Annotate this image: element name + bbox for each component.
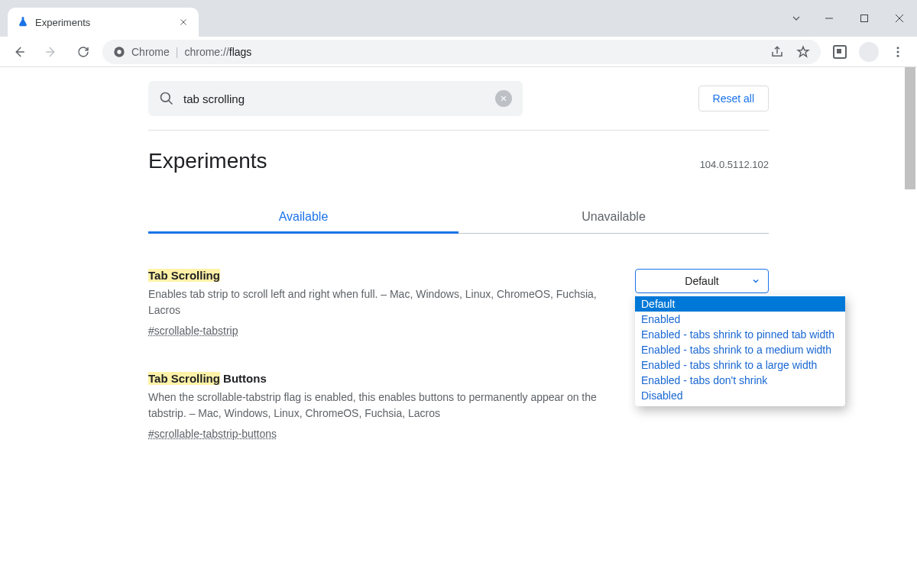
- forward-button[interactable]: [38, 39, 64, 65]
- maximize-button[interactable]: [847, 6, 882, 31]
- svg-point-2: [117, 50, 121, 53]
- svg-point-4: [897, 50, 899, 53]
- flag-select-dropdown: Default Enabled Enabled - tabs shrink to…: [635, 295, 845, 406]
- clear-search-button[interactable]: [495, 90, 512, 107]
- menu-button[interactable]: [885, 39, 911, 65]
- dropdown-option[interactable]: Enabled - tabs shrink to pinned tab widt…: [635, 327, 845, 342]
- window-titlebar: Experiments: [0, 0, 917, 37]
- reset-all-button[interactable]: Reset all: [698, 86, 769, 111]
- extensions-button[interactable]: [827, 39, 853, 65]
- reload-button[interactable]: [70, 39, 96, 65]
- dropdown-option[interactable]: Disabled: [635, 388, 845, 403]
- window-controls: [784, 0, 917, 37]
- page-viewport: Reset all Experiments 104.0.5112.102 Ava…: [0, 67, 917, 588]
- url-path: flags: [229, 46, 252, 58]
- svg-rect-0: [861, 15, 868, 22]
- flags-search-input[interactable]: [182, 92, 488, 106]
- svg-point-5: [897, 54, 899, 57]
- browser-toolbar: Chrome | chrome://flags: [0, 37, 917, 67]
- bookmark-icon[interactable]: [796, 45, 810, 59]
- flags-search-box[interactable]: [148, 81, 523, 116]
- flag-description: Enables tab strip to scroll left and rig…: [148, 286, 617, 318]
- flask-icon: [17, 16, 29, 28]
- chevron-down-icon: [751, 276, 760, 286]
- flag-anchor-link[interactable]: #scrollable-tabstrip-buttons: [148, 428, 277, 440]
- chrome-icon: [113, 46, 125, 58]
- dropdown-option[interactable]: Enabled - tabs shrink to a large width: [635, 357, 845, 373]
- svg-point-6: [161, 93, 170, 102]
- back-button[interactable]: [6, 39, 32, 65]
- flag-description: When the scrollable-tabstrip flag is ena…: [148, 389, 617, 422]
- dropdown-option[interactable]: Enabled - tabs don't shrink: [635, 373, 845, 388]
- dropdown-option[interactable]: Default: [635, 296, 845, 312]
- flag-select[interactable]: Default: [635, 269, 769, 293]
- address-bar[interactable]: Chrome | chrome://flags: [102, 40, 821, 64]
- chrome-version: 104.0.5112.102: [700, 159, 769, 170]
- site-info-chip[interactable]: Chrome: [113, 46, 170, 58]
- tab-search-button[interactable]: [784, 6, 808, 31]
- tab-unavailable[interactable]: Unavailable: [458, 201, 769, 233]
- flag-anchor-link[interactable]: #scrollable-tabstrip: [148, 325, 238, 337]
- flag-select-value: Default: [685, 275, 718, 287]
- search-row: Reset all: [148, 67, 769, 131]
- tabs: Available Unavailable: [148, 201, 769, 234]
- url-scheme: chrome://: [184, 46, 228, 58]
- dropdown-option[interactable]: Enabled: [635, 312, 845, 327]
- share-icon[interactable]: [770, 45, 784, 59]
- browser-tab-title: Experiments: [35, 17, 177, 28]
- close-icon[interactable]: [177, 16, 190, 28]
- site-info-label: Chrome: [131, 46, 170, 58]
- scrollbar-thumb[interactable]: [905, 67, 915, 189]
- svg-point-3: [897, 47, 899, 49]
- flag-title: Tab Scrolling: [148, 269, 617, 282]
- profile-avatar[interactable]: [859, 42, 879, 62]
- omnibox-separator: |: [176, 46, 179, 58]
- close-window-button[interactable]: [882, 6, 917, 31]
- minimize-button[interactable]: [812, 6, 847, 31]
- extensions-icon: [833, 45, 847, 59]
- browser-tab[interactable]: Experiments: [8, 8, 199, 37]
- flag-title: Tab Scrolling Buttons: [148, 372, 617, 385]
- flag-item: Tab Scrolling Enables tab strip to scrol…: [148, 269, 769, 337]
- search-icon: [159, 91, 174, 106]
- tab-available[interactable]: Available: [148, 201, 458, 233]
- dropdown-option[interactable]: Enabled - tabs shrink to a medium width: [635, 342, 845, 357]
- page-title: Experiments: [148, 149, 267, 173]
- page-content: Reset all Experiments 104.0.5112.102 Ava…: [148, 67, 769, 470]
